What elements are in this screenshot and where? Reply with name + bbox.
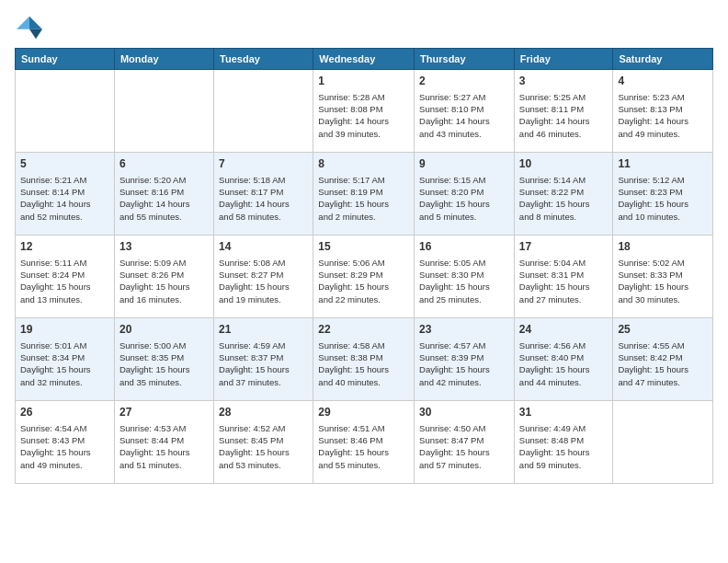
day-info: Sunrise: 5:23 AM Sunset: 8:13 PM Dayligh… (618, 91, 708, 140)
calendar-cell (114, 70, 213, 153)
calendar-cell: 28Sunrise: 4:52 AM Sunset: 8:45 PM Dayli… (214, 401, 313, 484)
day-info: Sunrise: 5:21 AM Sunset: 8:14 PM Dayligh… (20, 174, 109, 223)
col-header-saturday: Saturday (613, 49, 713, 70)
day-info: Sunrise: 4:59 AM Sunset: 8:37 PM Dayligh… (219, 339, 308, 388)
day-number: 21 (219, 322, 308, 338)
day-info: Sunrise: 4:53 AM Sunset: 8:44 PM Dayligh… (119, 422, 209, 471)
day-number: 26 (20, 405, 109, 420)
day-info: Sunrise: 4:52 AM Sunset: 8:45 PM Dayligh… (219, 422, 308, 471)
day-number: 10 (519, 156, 609, 172)
calendar-cell: 30Sunrise: 4:50 AM Sunset: 8:47 PM Dayli… (415, 401, 515, 484)
calendar-cell: 14Sunrise: 5:08 AM Sunset: 8:27 PM Dayli… (214, 236, 313, 318)
calendar-cell: 20Sunrise: 5:00 AM Sunset: 8:35 PM Dayli… (114, 318, 213, 401)
week-row-2: 5Sunrise: 5:21 AM Sunset: 8:14 PM Daylig… (16, 153, 713, 236)
col-header-friday: Friday (514, 49, 613, 70)
calendar-cell: 15Sunrise: 5:06 AM Sunset: 8:29 PM Dayli… (313, 236, 415, 318)
calendar-cell: 21Sunrise: 4:59 AM Sunset: 8:37 PM Dayli… (214, 318, 313, 401)
day-info: Sunrise: 5:05 AM Sunset: 8:30 PM Dayligh… (419, 257, 509, 305)
page-header (15, 15, 713, 40)
day-number: 2 (419, 74, 509, 89)
calendar-cell: 19Sunrise: 5:01 AM Sunset: 8:34 PM Dayli… (16, 318, 115, 401)
day-number: 6 (119, 156, 209, 172)
day-info: Sunrise: 4:51 AM Sunset: 8:46 PM Dayligh… (318, 422, 409, 471)
calendar-cell: 6Sunrise: 5:20 AM Sunset: 8:16 PM Daylig… (114, 153, 213, 236)
day-info: Sunrise: 5:18 AM Sunset: 8:17 PM Dayligh… (219, 174, 308, 223)
day-info: Sunrise: 5:00 AM Sunset: 8:35 PM Dayligh… (119, 339, 209, 388)
calendar-cell (16, 70, 115, 153)
day-info: Sunrise: 5:11 AM Sunset: 8:24 PM Dayligh… (20, 257, 109, 305)
calendar-table: SundayMondayTuesdayWednesdayThursdayFrid… (15, 48, 713, 484)
calendar-cell: 7Sunrise: 5:18 AM Sunset: 8:17 PM Daylig… (214, 153, 313, 236)
day-number: 20 (119, 322, 209, 338)
calendar-cell: 25Sunrise: 4:55 AM Sunset: 8:42 PM Dayli… (613, 318, 713, 401)
day-info: Sunrise: 5:15 AM Sunset: 8:20 PM Dayligh… (419, 174, 509, 223)
day-info: Sunrise: 4:49 AM Sunset: 8:48 PM Dayligh… (519, 422, 609, 471)
svg-marker-2 (17, 17, 29, 29)
day-number: 30 (419, 405, 509, 420)
day-info: Sunrise: 4:57 AM Sunset: 8:39 PM Dayligh… (419, 339, 509, 388)
calendar-cell: 9Sunrise: 5:15 AM Sunset: 8:20 PM Daylig… (415, 153, 515, 236)
calendar-cell: 8Sunrise: 5:17 AM Sunset: 8:19 PM Daylig… (313, 153, 415, 236)
calendar-cell: 24Sunrise: 4:56 AM Sunset: 8:40 PM Dayli… (514, 318, 613, 401)
day-number: 28 (219, 405, 308, 420)
day-number: 16 (419, 239, 509, 255)
day-info: Sunrise: 4:58 AM Sunset: 8:38 PM Dayligh… (318, 339, 409, 388)
calendar-cell: 13Sunrise: 5:09 AM Sunset: 8:26 PM Dayli… (114, 236, 213, 318)
calendar-cell (613, 401, 713, 484)
day-info: Sunrise: 4:55 AM Sunset: 8:42 PM Dayligh… (618, 339, 708, 388)
day-number: 17 (519, 239, 609, 255)
calendar-cell: 5Sunrise: 5:21 AM Sunset: 8:14 PM Daylig… (16, 153, 115, 236)
day-number: 31 (519, 405, 609, 420)
day-number: 22 (318, 322, 409, 338)
header-row: SundayMondayTuesdayWednesdayThursdayFrid… (16, 49, 713, 70)
logo-icon (15, 15, 44, 40)
col-header-tuesday: Tuesday (214, 49, 313, 70)
day-number: 29 (318, 405, 409, 420)
day-info: Sunrise: 5:09 AM Sunset: 8:26 PM Dayligh… (119, 257, 209, 305)
day-number: 4 (618, 74, 708, 89)
day-info: Sunrise: 5:27 AM Sunset: 8:10 PM Dayligh… (419, 91, 509, 140)
day-info: Sunrise: 5:12 AM Sunset: 8:23 PM Dayligh… (618, 174, 708, 223)
day-number: 18 (618, 239, 708, 255)
day-info: Sunrise: 5:20 AM Sunset: 8:16 PM Dayligh… (119, 174, 209, 223)
calendar-cell: 18Sunrise: 5:02 AM Sunset: 8:33 PM Dayli… (613, 236, 713, 318)
calendar-cell: 27Sunrise: 4:53 AM Sunset: 8:44 PM Dayli… (114, 401, 213, 484)
day-info: Sunrise: 5:17 AM Sunset: 8:19 PM Dayligh… (318, 174, 409, 223)
week-row-3: 12Sunrise: 5:11 AM Sunset: 8:24 PM Dayli… (16, 236, 713, 318)
day-info: Sunrise: 5:01 AM Sunset: 8:34 PM Dayligh… (20, 339, 109, 388)
day-info: Sunrise: 5:14 AM Sunset: 8:22 PM Dayligh… (519, 174, 609, 223)
col-header-sunday: Sunday (16, 49, 115, 70)
week-row-1: 1Sunrise: 5:28 AM Sunset: 8:08 PM Daylig… (16, 70, 713, 153)
week-row-4: 19Sunrise: 5:01 AM Sunset: 8:34 PM Dayli… (16, 318, 713, 401)
day-number: 11 (618, 156, 708, 172)
calendar-cell: 26Sunrise: 4:54 AM Sunset: 8:43 PM Dayli… (16, 401, 115, 484)
calendar-cell: 2Sunrise: 5:27 AM Sunset: 8:10 PM Daylig… (415, 70, 515, 153)
calendar-cell: 16Sunrise: 5:05 AM Sunset: 8:30 PM Dayli… (415, 236, 515, 318)
day-number: 5 (20, 156, 109, 172)
day-info: Sunrise: 5:04 AM Sunset: 8:31 PM Dayligh… (519, 257, 609, 305)
calendar-cell: 23Sunrise: 4:57 AM Sunset: 8:39 PM Dayli… (415, 318, 515, 401)
day-number: 15 (318, 239, 409, 255)
day-number: 25 (618, 322, 708, 338)
day-number: 8 (318, 156, 409, 172)
day-number: 1 (318, 74, 409, 89)
col-header-monday: Monday (114, 49, 213, 70)
calendar-cell: 10Sunrise: 5:14 AM Sunset: 8:22 PM Dayli… (514, 153, 613, 236)
calendar-cell: 22Sunrise: 4:58 AM Sunset: 8:38 PM Dayli… (313, 318, 415, 401)
col-header-wednesday: Wednesday (313, 49, 415, 70)
day-number: 19 (20, 322, 109, 338)
day-number: 7 (219, 156, 308, 172)
svg-marker-1 (29, 29, 42, 40)
svg-marker-0 (29, 17, 42, 29)
calendar-cell: 12Sunrise: 5:11 AM Sunset: 8:24 PM Dayli… (16, 236, 115, 318)
calendar-cell: 4Sunrise: 5:23 AM Sunset: 8:13 PM Daylig… (613, 70, 713, 153)
calendar-cell: 3Sunrise: 5:25 AM Sunset: 8:11 PM Daylig… (514, 70, 613, 153)
calendar-cell: 1Sunrise: 5:28 AM Sunset: 8:08 PM Daylig… (313, 70, 415, 153)
day-info: Sunrise: 5:28 AM Sunset: 8:08 PM Dayligh… (318, 91, 409, 140)
calendar-cell (214, 70, 313, 153)
day-info: Sunrise: 5:25 AM Sunset: 8:11 PM Dayligh… (519, 91, 609, 140)
calendar-cell: 31Sunrise: 4:49 AM Sunset: 8:48 PM Dayli… (514, 401, 613, 484)
day-number: 3 (519, 74, 609, 89)
day-info: Sunrise: 4:54 AM Sunset: 8:43 PM Dayligh… (20, 422, 109, 471)
calendar-cell: 29Sunrise: 4:51 AM Sunset: 8:46 PM Dayli… (313, 401, 415, 484)
